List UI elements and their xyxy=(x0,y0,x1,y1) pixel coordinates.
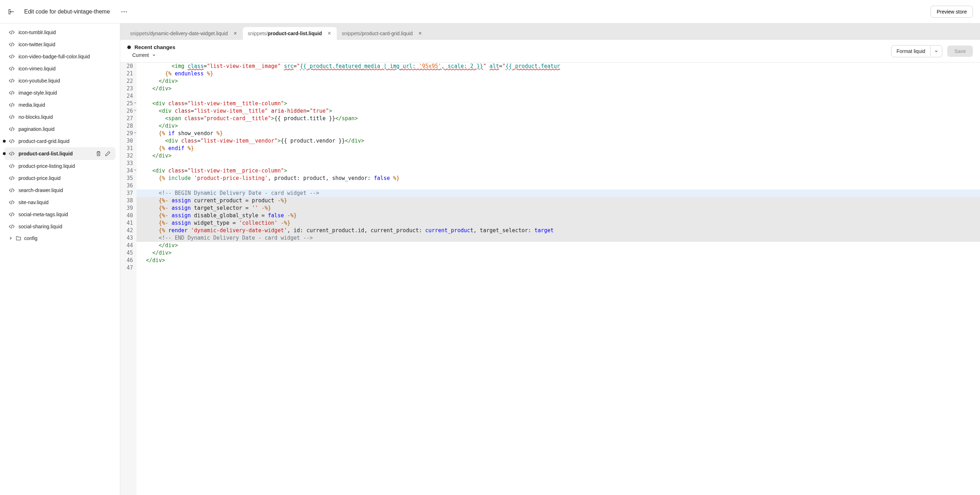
line-number: 44 xyxy=(120,242,137,249)
modified-dot-icon xyxy=(3,140,6,143)
sidebar-folder-item[interactable]: config xyxy=(4,232,116,244)
line-number: 47 xyxy=(120,264,137,272)
code-line[interactable]: {%- assign target_selector = '' -%} xyxy=(137,204,980,212)
edit-button[interactable] xyxy=(104,150,111,157)
code-line[interactable]: {% endif %} xyxy=(137,145,980,152)
tab[interactable]: snippets/dynamic-delivery-date-widget.li… xyxy=(125,27,243,40)
delete-button[interactable] xyxy=(95,150,102,157)
tab[interactable]: snippets/product-card-grid.liquid× xyxy=(337,27,427,40)
sidebar-file-item[interactable]: search-drawer.liquid xyxy=(4,184,116,196)
sidebar-file-item[interactable]: social-meta-tags.liquid xyxy=(4,209,116,220)
sidebar-file-item[interactable]: media.liquid xyxy=(4,99,116,111)
sidebar-file-item[interactable]: icon-youtube.liquid xyxy=(4,75,116,87)
more-button[interactable] xyxy=(118,6,130,18)
sidebar-file-item[interactable]: no-blocks.liquid xyxy=(4,111,116,123)
line-number: 40 xyxy=(120,212,137,220)
sidebar-file-item[interactable]: product-price.liquid xyxy=(4,172,116,184)
file-name: site-nav.liquid xyxy=(19,199,111,205)
recent-changes-label: Recent changes xyxy=(134,44,175,50)
code-line[interactable]: {%- assign widget_type = 'collection' -%… xyxy=(137,220,980,227)
code-line[interactable]: {% endunless %} xyxy=(137,70,980,78)
code-line[interactable]: </div> xyxy=(137,78,980,85)
fold-chevron-icon[interactable] xyxy=(134,131,137,134)
code-icon xyxy=(8,78,15,84)
code-line[interactable]: {%- assign current_product = product -%} xyxy=(137,197,980,204)
code-line[interactable]: <div class="list-view-item__title" aria-… xyxy=(137,107,980,115)
chevron-down-icon xyxy=(934,49,939,53)
code-line[interactable]: </div> xyxy=(137,152,980,160)
file-name: icon-twitter.liquid xyxy=(19,41,111,47)
toolbar-left: Recent changes Current xyxy=(127,44,175,58)
code-line[interactable] xyxy=(137,182,980,189)
file-name: search-drawer.liquid xyxy=(19,188,111,193)
sidebar-file-item[interactable]: social-sharing.liquid xyxy=(4,220,116,232)
file-name: media.liquid xyxy=(19,102,111,108)
format-dropdown-button[interactable] xyxy=(930,46,942,56)
code-line[interactable]: <!-- BEGIN Dynamic Delivery Date - card … xyxy=(137,189,980,197)
page-title: Edit code for debut-vintage-theme xyxy=(24,8,110,15)
code-line[interactable]: </div> xyxy=(137,257,980,264)
sidebar-file-item[interactable]: icon-tumblr.liquid xyxy=(4,26,116,38)
line-number: 26 xyxy=(120,107,137,115)
code-line[interactable] xyxy=(137,264,980,272)
code-line[interactable]: <!-- END Dynamic Delivery Date - card wi… xyxy=(137,234,980,242)
sidebar-file-item[interactable]: icon-twitter.liquid xyxy=(4,38,116,51)
code-line[interactable]: </div> xyxy=(137,249,980,257)
sidebar-file-item[interactable]: icon-video-badge-full-color.liquid xyxy=(4,51,116,62)
sidebar-file-item[interactable]: product-price-listing.liquid xyxy=(4,160,116,172)
sidebar-file-item[interactable]: product-card-list.liquid xyxy=(4,147,116,160)
code-line[interactable]: {% if show_vendor %} xyxy=(137,130,980,137)
sidebar-file-item[interactable]: site-nav.liquid xyxy=(4,196,116,209)
code-icon xyxy=(8,41,15,48)
code-line[interactable]: {%- assign disable_global_style = false … xyxy=(137,212,980,220)
back-button[interactable] xyxy=(7,8,16,16)
line-number: 43 xyxy=(120,234,137,242)
code-line[interactable]: </div> xyxy=(137,242,980,249)
code-line[interactable]: {% render 'dynamic-delivery-date-widget'… xyxy=(137,227,980,234)
tab-close-button[interactable]: × xyxy=(233,31,238,36)
code-icon xyxy=(8,29,15,35)
code-line[interactable]: <div class="list-view-item__vendor">{{ p… xyxy=(137,137,980,145)
tab[interactable]: snippets/product-card-list.liquid× xyxy=(243,27,337,40)
line-number: 29 xyxy=(120,130,137,137)
code-line[interactable]: <div class="list-view-item__title-column… xyxy=(137,100,980,107)
format-liquid-label: Format liquid xyxy=(891,46,930,57)
save-button[interactable]: Save xyxy=(947,46,973,57)
main: icon-tumblr.liquidicon-twitter.liquidico… xyxy=(0,24,980,495)
line-number: 24 xyxy=(120,92,137,100)
code-line[interactable] xyxy=(137,160,980,167)
code-line[interactable]: <span class="product-card__title">{{ pro… xyxy=(137,115,980,123)
preview-store-button[interactable]: Preview store xyxy=(931,6,973,18)
code-icon xyxy=(8,187,15,193)
code-icon xyxy=(8,150,15,157)
toolbar: Recent changes Current Format liquid Sav… xyxy=(120,40,980,62)
code-lines[interactable]: <img class="list-view-item__image" src="… xyxy=(137,62,980,495)
line-number: 39 xyxy=(120,204,137,212)
file-name: icon-youtube.liquid xyxy=(19,78,111,84)
tab-close-button[interactable]: × xyxy=(417,31,422,36)
sidebar-file-item[interactable]: product-card-grid.liquid xyxy=(4,135,116,147)
code-line[interactable]: {% include 'product-price-listing', prod… xyxy=(137,175,980,182)
tab-close-button[interactable]: × xyxy=(327,31,332,36)
sidebar[interactable]: icon-tumblr.liquidicon-twitter.liquidico… xyxy=(0,24,120,495)
line-number: 28 xyxy=(120,123,137,130)
format-liquid-button[interactable]: Format liquid xyxy=(891,45,942,57)
code-line[interactable]: </div> xyxy=(137,85,980,92)
line-number: 38 xyxy=(120,197,137,204)
code-icon xyxy=(8,138,15,144)
code-line[interactable]: <img class="list-view-item__image" src="… xyxy=(137,62,980,70)
sidebar-file-item[interactable]: icon-vimeo.liquid xyxy=(4,62,116,75)
sidebar-file-item[interactable]: pagination.liquid xyxy=(4,123,116,135)
code-editor[interactable]: 2021222324252627282930313233343536373839… xyxy=(120,62,980,495)
code-line[interactable] xyxy=(137,92,980,100)
fold-chevron-icon[interactable] xyxy=(134,101,137,104)
fold-chevron-icon[interactable] xyxy=(134,109,137,111)
sidebar-file-item[interactable]: image-style.liquid xyxy=(4,87,116,99)
file-name: no-blocks.liquid xyxy=(19,114,111,120)
code-line[interactable]: <div class="list-view-item__price-column… xyxy=(137,167,980,175)
code-line[interactable]: </div> xyxy=(137,123,980,130)
code-icon xyxy=(8,223,15,230)
modified-dot-icon xyxy=(3,152,6,155)
version-dropdown[interactable]: Current xyxy=(127,52,175,58)
fold-chevron-icon[interactable] xyxy=(134,169,137,171)
